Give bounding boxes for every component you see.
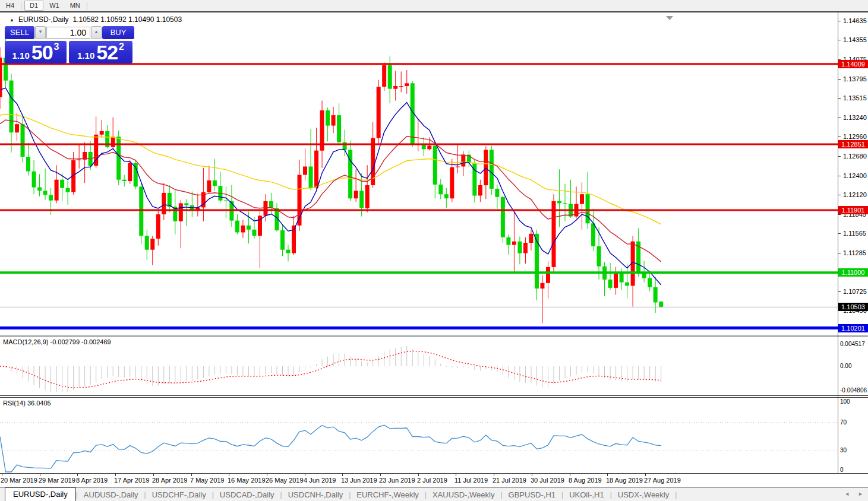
date-tick-mark [532, 474, 532, 476]
chart-tab-gbpusd-h1[interactable]: GBPUSD-,H1 [503, 489, 561, 501]
price-badge-1-11901: 1.11901 [838, 206, 868, 214]
terminal-window: H4D1W1MN ▲ EURUSD-,Daily 1.10582 1.10592… [0, 0, 868, 501]
pane-separator[interactable] [0, 395, 868, 396]
date-tick-mark [77, 474, 78, 476]
volume-decrease-button[interactable]: ▼ [35, 26, 46, 39]
date-tick-mark [40, 474, 40, 476]
price-tick-mark [838, 291, 841, 292]
price-tick-label: 1.12400 [843, 172, 868, 179]
chart-shift-marker-icon[interactable] [666, 16, 673, 20]
date-label: 30 Jul 2019 [531, 477, 564, 484]
sell-price-prefix: 1.10 [12, 50, 30, 61]
price-tick-label: 1.12680 [843, 153, 868, 160]
pane-separator[interactable] [0, 335, 868, 335]
date-tick-mark [153, 474, 154, 476]
buy-price-button[interactable]: 1.10 52 2 [69, 41, 132, 64]
rsi-label: RSI(14) 36.0405 [3, 399, 51, 407]
date-tick-mark [418, 474, 419, 476]
price-tick-mark [838, 176, 841, 176]
timeframe-toolbar: H4D1W1MN [0, 0, 868, 11]
rsi-axis-label: 100 [840, 398, 867, 405]
sell-price-big: 50 [31, 41, 53, 64]
sell-price-button[interactable]: 1.10 50 3 [5, 41, 67, 64]
date-label: 21 Jul 2019 [493, 477, 526, 484]
rsi-indicator-canvas[interactable] [0, 398, 838, 473]
tab-divider: | [675, 491, 677, 501]
date-tick-mark [2, 474, 2, 476]
chart-tab-usdcad-daily[interactable]: USDCAD-,Daily [214, 489, 280, 501]
scroll-right-icon[interactable]: ► [858, 491, 863, 497]
chevron-up-icon: ▲ [94, 29, 99, 34]
price-tick-label: 1.12120 [843, 191, 868, 198]
date-tick-mark [267, 474, 267, 476]
price-tick-mark [838, 21, 841, 21]
price-tick-label: 1.12960 [843, 133, 868, 140]
date-label: 8 Apr 2019 [76, 477, 108, 484]
price-tick-label: 1.14635 [843, 17, 868, 24]
buy-price-prefix: 1.10 [77, 50, 94, 61]
timeframe-tab-mn[interactable]: MN [65, 1, 85, 10]
price-tick-mark [838, 253, 841, 253]
date-tick-mark [342, 474, 343, 476]
price-badge-1-10503: 1.10503 [838, 303, 868, 311]
symbol-tab-bar: EURUSD-,Daily|AUDUSD-,Daily|USDCHF-,Dail… [0, 487, 868, 501]
rsi-axis-label: 30 [840, 447, 867, 454]
chart-tab-ukoil-h1[interactable]: UKOil-,H1 [563, 489, 610, 501]
date-tick-mark [645, 474, 646, 476]
price-tick-mark [838, 40, 841, 40]
chart-tab-xauusd-weekly[interactable]: XAUUSD-,Weekly [427, 489, 501, 501]
chart-tab-usdx-weekly[interactable]: USDX-,Weekly [612, 489, 675, 501]
macd-axis-label: -0.004806 [840, 387, 867, 394]
rsi-axis-label: 70 [840, 419, 867, 426]
price-tick-mark [838, 137, 841, 137]
price-tick-label: 1.11565 [843, 230, 868, 237]
date-label: 18 Aug 2019 [606, 477, 643, 484]
date-label: 13 Jun 2019 [341, 477, 377, 484]
date-label: 4 Jun 2019 [304, 477, 336, 484]
date-label: 29 Mar 2019 [39, 477, 75, 484]
sell-button[interactable]: SELL [5, 26, 34, 39]
macd-axis-label: 0.004517 [840, 341, 867, 347]
date-label: 27 Aug 2019 [644, 477, 681, 484]
chart-tab-eurchf-weekly[interactable]: EURCHF-,Weekly [351, 489, 425, 501]
scroll-left-icon[interactable]: ◄ [844, 491, 850, 497]
date-label: 23 Jun 2019 [379, 477, 415, 484]
price-tick-label: 1.14355 [843, 36, 868, 43]
date-tick-mark [229, 474, 229, 476]
date-label: 16 May 2019 [228, 477, 266, 484]
macd-indicator-canvas[interactable] [0, 337, 838, 395]
timeframe-tab-h4[interactable]: H4 [1, 1, 19, 10]
chart-tab-usdchf-daily[interactable]: USDCHF-,Daily [146, 489, 212, 501]
chart-tab-usdcnh-daily[interactable]: USDCNH-,Daily [282, 489, 349, 501]
buy-price-pip: 2 [119, 42, 124, 52]
date-label: 11 Jul 2019 [454, 477, 488, 484]
price-badge-1-11000: 1.11000 [838, 268, 868, 277]
date-tick-mark [191, 474, 192, 476]
date-tick-mark [115, 474, 116, 476]
price-badge-1-14009: 1.14009 [838, 60, 868, 68]
price-badge-1-12851: 1.12851 [838, 140, 868, 148]
date-tick-mark [494, 474, 494, 476]
volume-increase-button[interactable]: ▲ [91, 26, 102, 39]
tab-scroll-controls: ◄ ► [844, 491, 863, 497]
date-label: 8 Aug 2019 [569, 477, 602, 484]
buy-button[interactable]: BUY [102, 26, 134, 39]
date-label: 26 May 2019 [266, 477, 304, 484]
date-tick-mark [607, 474, 608, 476]
timeframe-tab-w1[interactable]: W1 [45, 1, 64, 10]
date-tick-mark [380, 474, 381, 476]
date-label: 20 Mar 2019 [1, 477, 37, 484]
rsi-axis-label: 0 [840, 467, 867, 473]
toolbar-separator [21, 2, 21, 10]
volume-input[interactable] [46, 27, 90, 39]
date-tick-mark [456, 474, 456, 476]
buy-price-big: 52 [96, 41, 118, 64]
price-tick-mark [838, 98, 841, 99]
price-tick-mark [838, 233, 841, 234]
chart-tab-audusd-daily[interactable]: AUDUSD-,Daily [78, 489, 144, 501]
date-label: 17 Apr 2019 [114, 477, 149, 484]
timeframe-tab-d1[interactable]: D1 [24, 1, 43, 11]
one-click-trading-panel: SELL ▼ ▲ BUY 1.10 50 3 1.10 52 2 [5, 26, 134, 64]
trade-panel-controls: SELL ▼ ▲ BUY [5, 26, 134, 39]
chart-tab-eurusd-daily[interactable]: EURUSD-,Daily [5, 487, 76, 501]
